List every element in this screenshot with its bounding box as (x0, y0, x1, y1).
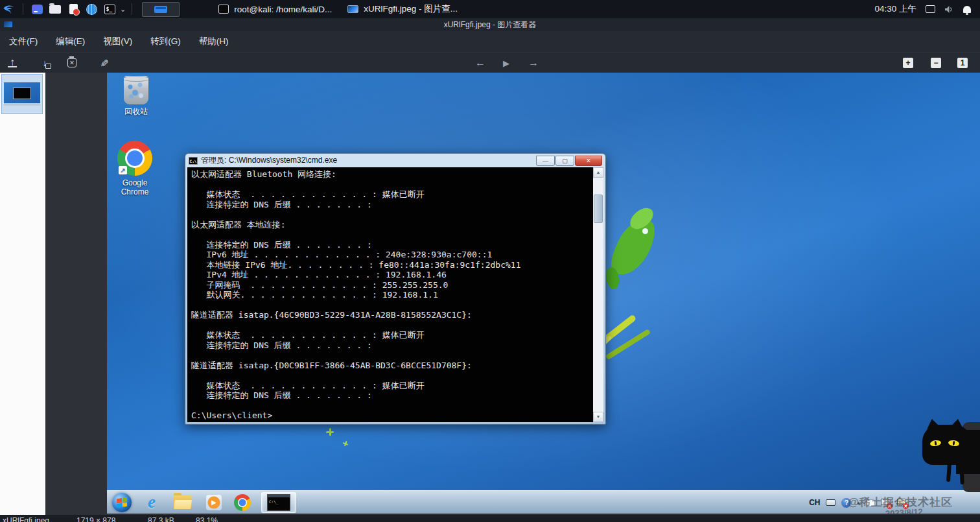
menu-item[interactable]: 视图(V) (94, 32, 141, 51)
next-image-button[interactable]: → (525, 55, 542, 71)
status-dimensions: 1719 × 878 (76, 516, 115, 522)
viewer-toolbar: ↑ ↓ ✕ ✎ ← ▶ → + − 1 (0, 52, 980, 73)
console-line (191, 401, 589, 411)
cat-leg (946, 462, 951, 482)
panel-clock[interactable]: 04:30 上午 (874, 3, 916, 15)
console-line: 默认网关. . . . . . . . . . . . . : 192.168.… (191, 290, 589, 300)
viewer-title-bar: xURlFgfi.jpeg - 图片查看器 (0, 18, 980, 31)
taskbar-cmd-active[interactable] (261, 492, 296, 513)
thumbnail-sidebar[interactable] (0, 73, 45, 515)
console-line (191, 180, 589, 190)
launcher-editor-icon[interactable] (66, 2, 80, 16)
taskbar-chrome[interactable] (234, 494, 251, 511)
keyboard-icon[interactable] (826, 499, 835, 506)
one-to-one-icon: 1 (957, 58, 968, 68)
console-line: 媒体状态 . . . . . . . . . . . . : 媒体已断开 (191, 330, 589, 340)
desktop-icon-google-chrome[interactable]: ↗ Google Chrome (112, 141, 158, 196)
save-image-button[interactable]: ↓ (36, 55, 53, 71)
chevron-down-icon[interactable]: ⌄ (120, 5, 126, 14)
shortcut-arrow-icon: ↗ (119, 166, 127, 174)
cmd-console[interactable]: 以太网适配器 Bluetooth 网络连接: 媒体状态 . . . . . . … (187, 167, 603, 422)
console-line: C:\Users\client> (191, 410, 589, 421)
viewer-status-bar: xURlFgfi.jpeg 1719 × 878 87.3 kB 83.1% (0, 515, 980, 522)
menu-item[interactable]: 转到(G) (141, 32, 190, 51)
taskbar-button-label: xURlFgfi.jpeg - 图片查... (364, 3, 458, 15)
kali-logo-icon[interactable] (2, 2, 16, 16)
cmd-icon (267, 494, 290, 511)
window-icon (32, 5, 43, 14)
launcher-window-icon[interactable] (30, 2, 44, 16)
watermark-date: 2023/8/12 (885, 506, 924, 514)
menu-item[interactable]: 编辑(E) (47, 32, 94, 51)
cmd-window: C:\ 管理员: C:\Windows\system32\cmd.exe — ▢… (185, 153, 606, 425)
previous-image-button[interactable]: ← (472, 55, 489, 71)
desktop-icon-label: 回收站 (113, 106, 159, 117)
panel-separator (132, 3, 132, 15)
console-line: 以太网适配器 本地连接: (191, 220, 589, 230)
taskbar-button-label: root@kali: /home/kali/D... (234, 5, 332, 14)
taskbar-button-terminal[interactable]: root@kali: /home/kali/D... (213, 1, 337, 18)
tray-language-indicator[interactable]: CH (809, 498, 820, 507)
close-button[interactable]: ✕ (575, 156, 602, 166)
panel-status-area: 04:30 上午 (874, 3, 980, 15)
console-line: 连接特定的 DNS 后缀 . . . . . . . : (191, 390, 589, 401)
trash-icon: ✕ (67, 58, 76, 67)
cmd-window-buttons: — ▢ ✕ (536, 156, 602, 166)
wallpaper-dot (642, 228, 648, 234)
taskbar-internet-explorer[interactable]: e (141, 493, 163, 512)
minimize-button[interactable]: — (536, 156, 555, 166)
launcher-browser-icon[interactable] (84, 2, 99, 16)
taskbar-media-player[interactable] (203, 493, 225, 512)
cmd-title-bar[interactable]: C:\ 管理员: C:\Windows\system32\cmd.exe — ▢… (185, 154, 605, 167)
scroll-down-icon[interactable]: ▼ (593, 412, 603, 422)
launcher-files-icon[interactable] (48, 2, 62, 16)
maximize-button[interactable]: ▢ (555, 156, 574, 166)
desktop-icon-recycle-bin[interactable]: 回收站 (113, 76, 159, 117)
scrollbar-thumb[interactable] (594, 195, 603, 223)
slideshow-button[interactable]: ▶ (498, 55, 515, 71)
console-line: 连接特定的 DNS 后缀 . . . . . . . : (191, 340, 589, 351)
arrow-right-icon: → (528, 57, 539, 69)
launcher-terminal-icon[interactable]: $_ (102, 2, 117, 16)
status-filename: xURlFgfi.jpeg (3, 516, 49, 522)
cat-ear (950, 418, 964, 429)
thumbnail-selected[interactable] (1, 74, 43, 114)
download-image-icon: ↓ (43, 58, 47, 68)
zoom-in-button[interactable]: + (900, 55, 916, 71)
explorer-folder-icon (174, 495, 192, 509)
globe-icon (86, 4, 97, 15)
zoom-normal-button[interactable]: 1 (954, 55, 971, 71)
cat-ear (926, 418, 940, 429)
console-line (191, 300, 589, 311)
console-line (191, 320, 589, 331)
open-with-button[interactable]: ↑ (4, 55, 21, 71)
terminal-icon: $_ (104, 5, 115, 14)
scroll-up-icon[interactable]: ▲ (593, 167, 603, 178)
ie-icon: e (148, 492, 156, 512)
kali-dragon-icon (3, 3, 16, 16)
workspace-icon[interactable] (926, 5, 935, 13)
console-line: 以太网适配器 Bluetooth 网络连接: (191, 169, 589, 180)
taskbar-button-image-viewer[interactable]: xURlFgfi.jpeg - 图片查... (342, 1, 463, 18)
taskbar-explorer[interactable] (172, 493, 194, 512)
speaker-icon[interactable] (944, 5, 954, 14)
pencil-icon: ✎ (99, 58, 111, 67)
edit-button[interactable]: ✎ (96, 55, 113, 71)
plus-icon: + (903, 58, 913, 68)
window-preview-button[interactable] (142, 2, 180, 17)
thumbnail-image (4, 82, 40, 106)
translate-cat-sticker[interactable]: 中 (917, 417, 980, 495)
bell-icon[interactable] (963, 6, 971, 13)
kali-top-panel: $_ ⌄ root@kali: /home/kali/D... xURlFgfi… (0, 0, 980, 18)
document-icon (69, 4, 78, 14)
delete-button[interactable]: ✕ (64, 55, 80, 71)
folder-icon (49, 5, 61, 14)
console-scrollbar[interactable]: ▲ ▼ (593, 167, 603, 422)
start-button[interactable] (112, 493, 132, 512)
panel-separator (23, 3, 23, 15)
console-line: 隧道适配器 isatap.{D0C9B1FF-3866-45AB-BD3C-6B… (191, 361, 589, 371)
menu-item[interactable]: 文件(F) (0, 32, 47, 51)
media-player-icon (206, 495, 222, 510)
zoom-out-button[interactable]: − (928, 55, 944, 71)
menu-item[interactable]: 帮助(H) (190, 32, 238, 51)
